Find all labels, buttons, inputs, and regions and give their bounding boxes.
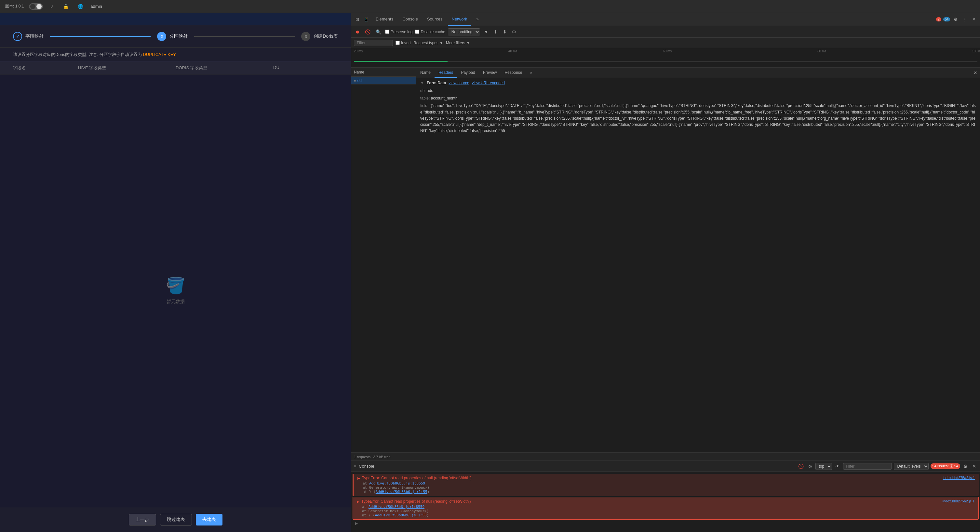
stack-link-2b[interactable]: AddHive.f50b86b6.js:1:55 — [375, 513, 427, 518]
request-detail-header: Name Headers Payload Preview Response » … — [416, 68, 980, 78]
filter-bar: Invert Request types ▼ More filters ▼ — [351, 38, 980, 48]
disable-cache-label[interactable]: Disable cache — [415, 30, 445, 34]
step-3-circle: 3 — [301, 32, 310, 41]
stack-link-2a[interactable]: AddHive.f50b86b6.js:1:8559 — [369, 505, 425, 509]
error-link-1[interactable]: index.bbd275a2.js:1 — [943, 476, 975, 480]
subtitle-highlight: DUPLICATE KEY — [143, 52, 176, 57]
clear-icon[interactable]: 🚫 — [364, 29, 372, 35]
tab-sources[interactable]: Sources — [423, 13, 447, 26]
invert-checkbox[interactable] — [396, 41, 400, 45]
create-button[interactable]: 去建表 — [196, 514, 223, 526]
issues-badge: 54 Issues: ⓘ 54 — [931, 464, 961, 469]
error-triangle-2: ▶ — [357, 500, 360, 503]
detail-tab-preview[interactable]: Payload — [457, 68, 479, 78]
admin-label: admin — [91, 4, 102, 9]
console-close-icon[interactable]: ✕ — [971, 463, 977, 470]
tab-elements[interactable]: Elements — [372, 13, 397, 26]
request-count: 1 requests — [354, 455, 371, 459]
tab-network[interactable]: Network — [448, 13, 471, 26]
detail-tab-response[interactable]: Preview — [479, 68, 501, 78]
dark-mode-dot — [30, 4, 35, 9]
light-mode-dot — [37, 4, 41, 9]
request-name: ddl — [358, 78, 416, 83]
preserve-log-label[interactable]: Preserve log — [385, 30, 412, 34]
console-controls: 🚫 ⊘ top 👁 Default levels 54 Issues: ⓘ 54… — [797, 463, 978, 470]
table-header: 字段名 HIVE 字段类型 DORIS 字段类型 DU — [0, 62, 351, 75]
fullscreen-icon[interactable]: ⤢ — [48, 3, 56, 10]
skip-button[interactable]: 跳过建表 — [160, 514, 192, 526]
app-panel: ✓ 字段映射 2 分区映射 3 创建Doris表 请设置分区字段对应的Doris… — [0, 13, 351, 532]
search-icon[interactable]: 🔍 — [374, 29, 382, 35]
detail-tab-payload[interactable]: Headers — [434, 68, 457, 78]
detail-close-button[interactable]: ✕ — [971, 70, 980, 75]
top-bar-left: 版本: 1.0.1 ⤢ 🔒 🌐 admin — [5, 3, 102, 10]
devtools-inspect-icon[interactable]: ⊡ — [354, 16, 361, 22]
detail-tab-more[interactable]: » — [526, 68, 536, 78]
step-1: ✓ 字段映射 — [13, 32, 44, 41]
devtools-device-icon[interactable]: 📱 — [362, 16, 371, 22]
stack-link-1a[interactable]: AddHive.f50b86b6.js:1:8559 — [369, 481, 425, 486]
step-3-label: 创建Doris表 — [313, 33, 338, 39]
step-2: 2 分区映射 — [157, 32, 188, 41]
console-settings-icon[interactable]: ⚙ — [962, 463, 969, 470]
devtools-topbar: ⊡ 📱 Elements Console Sources Network » 2… — [351, 13, 980, 26]
translate-icon[interactable]: 🌐 — [76, 3, 85, 10]
network-area: ⏺ 🚫 🔍 Preserve log Disable cache No thro… — [351, 26, 980, 461]
disable-cache-checkbox[interactable] — [415, 30, 419, 34]
theme-toggle[interactable] — [29, 3, 43, 10]
console-error-2: ▶ TypeError: Cannot read properties of n… — [353, 497, 979, 520]
detail-tab-initiator[interactable]: Response — [501, 68, 526, 78]
request-types-dropdown[interactable]: Request types ▼ — [414, 41, 443, 45]
form-data-table: table: account_month — [420, 95, 976, 102]
devtools-controls: 2 54 ⚙ ⋮ ✕ — [936, 16, 977, 22]
col-hive-type: HIVE 字段类型 — [78, 65, 176, 71]
download-icon[interactable]: ⬇ — [501, 29, 508, 35]
settings-small-icon[interactable]: ⚙ — [511, 29, 517, 35]
lock-icon[interactable]: 🔒 — [61, 3, 71, 10]
view-source-link[interactable]: view source — [449, 81, 469, 85]
error-link-2[interactable]: index.bbd275a2.js:1 — [943, 499, 974, 503]
step-3: 3 创建Doris表 — [301, 32, 338, 41]
network-list: Name ● ddl — [351, 68, 416, 452]
console-bottom-indicator: ▶ — [351, 521, 980, 526]
col-dup: DU — [273, 65, 306, 71]
console-header: ≡ Console 🚫 ⊘ top 👁 Default levels 54 Is… — [351, 461, 980, 472]
console-filter-input[interactable] — [843, 463, 892, 470]
filter-input[interactable] — [354, 40, 393, 46]
app-top-bar-inner — [0, 13, 351, 25]
app-top-bar: 版本: 1.0.1 ⤢ 🔒 🌐 admin — [0, 0, 980, 13]
step-line-1 — [50, 36, 151, 37]
request-detail: Name Headers Payload Preview Response » … — [416, 68, 980, 452]
timeline-labels: 20 ms 40 ms 60 ms 80 ms 100 ms — [354, 49, 980, 53]
step-2-circle: 2 — [157, 32, 166, 41]
network-col-name: Name — [354, 70, 416, 75]
devtools-settings-icon[interactable]: ⚙ — [952, 16, 959, 22]
throttle-select[interactable]: No throttling — [448, 28, 480, 35]
preserve-log-checkbox[interactable] — [385, 30, 389, 34]
prev-button[interactable]: 上一步 — [129, 514, 156, 526]
devtools-close-icon[interactable]: ✕ — [970, 16, 977, 22]
detail-tab-headers[interactable]: Name — [416, 68, 434, 78]
console-expand-icon[interactable]: ≡ — [354, 464, 356, 468]
stack-link-1b[interactable]: AddHive.f50b86b6.js:1:55 — [375, 490, 427, 494]
context-select[interactable]: top — [815, 463, 832, 470]
view-url-encoded-link[interactable]: view URL-encoded — [472, 81, 505, 85]
error-triangle-1: ▶ — [358, 476, 360, 480]
error-text-1: TypeError: Cannot read properties of nul… — [362, 476, 941, 480]
tab-console[interactable]: Console — [398, 13, 422, 26]
console-eye-icon[interactable]: 👁 — [834, 463, 841, 470]
console-stop-icon[interactable]: ⊘ — [807, 463, 813, 470]
record-icon[interactable]: ⏺ — [354, 29, 361, 35]
log-level-select[interactable]: Default levels — [894, 463, 929, 470]
console-clear-icon[interactable]: 🚫 — [797, 463, 805, 470]
throttle-icon[interactable]: ▼ — [483, 29, 490, 35]
upload-icon[interactable]: ⬆ — [492, 29, 499, 35]
tab-more[interactable]: » — [472, 13, 482, 26]
subtitle-bar: 请设置分区字段对应的Doris的字段类型, 注意: 分区字段会自动设置为 DUP… — [0, 48, 351, 62]
col-doris-type: DORIS 字段类型 — [176, 65, 273, 71]
step-2-label: 分区映射 — [169, 33, 188, 39]
network-request-row[interactable]: ● ddl — [351, 77, 416, 84]
more-filters-dropdown[interactable]: More filters ▼ — [446, 41, 470, 45]
invert-filter[interactable]: Invert — [396, 41, 411, 45]
devtools-dots-icon[interactable]: ⋮ — [961, 16, 969, 22]
